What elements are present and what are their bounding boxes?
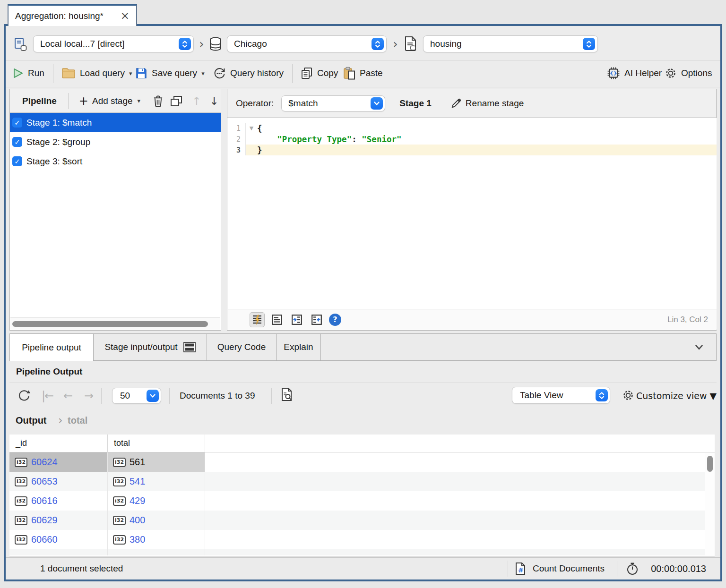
table-row[interactable]: i3260660 i32380 [9,530,715,549]
align-text-button[interactable] [269,312,285,327]
table-row[interactable]: i3260616 i32429 [9,491,715,511]
gear-icon[interactable] [622,389,634,401]
cell-total[interactable]: i32541 [108,472,205,491]
collection-select-value: housing [430,39,462,49]
history-icon [213,67,226,80]
outdent-button[interactable] [309,312,324,327]
find-in-documents-icon[interactable] [281,387,293,401]
duplicate-stage-icon[interactable] [170,95,182,107]
tab-explain[interactable]: Explain [277,334,321,360]
view-mode-select[interactable]: Table View [512,387,610,404]
stage-list-item[interactable]: ✓ Stage 1: $match [10,113,221,132]
stage-list-item[interactable]: ✓ Stage 2: $group [10,132,221,152]
table-row[interactable]: i3260629 i32400 [9,511,715,530]
options-button[interactable]: Options [665,62,712,85]
stage-checkbox[interactable]: ✓ [12,118,22,128]
page-size-select[interactable]: 50 [112,388,161,404]
vertical-scrollbar[interactable] [705,453,715,556]
chevron-updown-icon[interactable] [583,38,595,50]
selection-status: 1 document selected [40,563,123,574]
int32-type-icon: i32 [15,458,27,467]
cell-id[interactable]: i3260660 [9,530,108,549]
pipeline-output-title: Pipeline Output [16,366,82,377]
scrollbar-thumb[interactable] [707,456,713,472]
count-documents-button[interactable]: Count Documents [533,563,605,574]
query-history-button[interactable]: Query history [213,62,284,85]
column-header-id[interactable]: _id [9,435,108,452]
database-select-value: Chicago [234,39,267,49]
indent-button[interactable] [289,312,304,327]
plus-icon[interactable]: + [79,94,88,108]
scrollbar-thumb[interactable] [12,321,208,327]
results-table: _id total i3260624 i32561 i3260653 i3254… [9,435,715,556]
run-button[interactable]: Run [12,62,44,85]
tab-query-code[interactable]: Query Code [207,334,277,360]
first-page-button[interactable]: |← [42,389,53,402]
cell-total[interactable]: i32380 [108,530,205,549]
stage-label: Stage 1: $match [26,118,92,128]
save-query-button[interactable]: Save query ▾ [135,62,205,85]
copy-button[interactable]: Copy [301,62,338,85]
database-select[interactable]: Chicago [227,35,387,52]
int32-type-icon: i32 [15,516,27,525]
database-icon [208,36,223,51]
server-select[interactable]: Local local...7 [direct] [33,35,194,52]
cell-id[interactable]: i3260629 [9,511,108,530]
chevron-down-icon[interactable] [371,97,383,110]
horizontal-scrollbar[interactable] [10,317,220,330]
operator-select[interactable]: $match [281,95,385,111]
int32-type-icon: i32 [15,496,27,506]
count-documents-icon: # [515,562,526,575]
cell-total[interactable]: i32400 [108,511,205,530]
paste-button[interactable]: Paste [343,62,383,85]
delete-stage-icon[interactable] [153,95,164,107]
gear-icon [665,67,677,79]
chevron-updown-icon[interactable] [596,389,608,401]
chevron-updown-icon[interactable] [179,38,191,50]
table-filler-row [9,549,715,555]
divider [292,64,293,83]
ai-helper-button[interactable]: AI Helper [607,62,662,85]
stage-list-item[interactable]: ✓ Stage 3: $sort [10,152,221,171]
chevron-updown-icon[interactable] [372,38,384,50]
cell-id[interactable]: i3260653 [9,472,108,491]
cell-total[interactable]: i32429 [108,491,205,511]
move-up-icon[interactable]: ↑ [192,95,201,107]
customize-view-button[interactable]: Customize view ▼ [636,391,717,401]
int32-type-icon: i32 [15,477,27,486]
tab-aggregation[interactable]: Aggregation: housing* × [8,4,137,26]
stage-editor-header: Operator: $match Stage 1 Rename stage [227,89,716,118]
cell-id[interactable]: i3260624 [9,452,108,472]
table-row[interactable]: i3260653 i32541 [9,472,715,491]
next-page-button[interactable]: → [84,389,93,402]
stage-checkbox[interactable]: ✓ [12,137,22,147]
tab-stage-input-output[interactable]: Stage input/output [94,334,207,360]
column-header-total[interactable]: total [108,435,205,452]
format-code-button[interactable] [250,312,265,327]
move-down-icon[interactable]: ↓ [209,95,218,107]
tab-pipeline-output[interactable]: Pipeline output [10,334,94,361]
breadcrumb-root[interactable]: Output [16,415,47,426]
collapse-panel-icon[interactable] [694,344,704,350]
table-row[interactable]: i3260624 i32561 [9,452,715,472]
cell-id[interactable]: i3260616 [9,491,108,511]
fold-icon[interactable]: ▼ [246,125,257,131]
code-editor[interactable]: 1 ▼{ 2 "Property Type": "Senior" 3 } [228,118,717,310]
load-query-button[interactable]: Load query ▾ [61,62,132,85]
prev-page-button[interactable]: ← [63,389,72,402]
caret-down-icon[interactable]: ▾ [138,97,141,104]
cell-total[interactable]: i32561 [108,452,205,472]
stage-checkbox[interactable]: ✓ [12,156,22,166]
breadcrumb-field[interactable]: total [68,415,87,426]
refresh-icon[interactable] [17,389,31,403]
collection-select[interactable]: housing [423,35,598,52]
chevron-down-icon[interactable] [147,390,159,402]
tab-close-icon[interactable]: × [121,10,130,21]
add-stage-button[interactable]: Add stage [92,96,133,106]
rename-stage-button[interactable]: Rename stage [466,98,524,109]
pencil-icon[interactable] [450,98,462,109]
view-mode-value: Table View [520,390,563,401]
help-icon[interactable]: ? [329,314,341,326]
run-icon [12,68,24,79]
pipeline-title: Pipeline [22,96,57,106]
